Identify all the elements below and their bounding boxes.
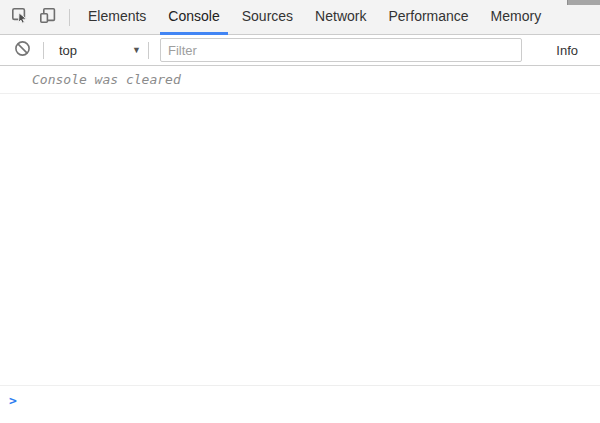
tab-network[interactable]: Network (315, 0, 366, 35)
inspect-element-button[interactable] (6, 3, 34, 31)
log-level-selector[interactable]: Info (556, 43, 590, 58)
console-prompt[interactable]: > (0, 386, 600, 421)
clear-console-button[interactable] (8, 36, 36, 64)
object-property-row: pathname: "/commands/querying" (0, 239, 600, 259)
chevron-down-icon: ▼ (132, 45, 141, 55)
object-property-row: href: "http://localhost:8081/commands/qu… (0, 179, 600, 199)
device-toolbar-button[interactable] (34, 3, 62, 31)
toolbar-divider (69, 9, 70, 26)
object-property-row: origin: "http://localhost:8081" (0, 199, 600, 219)
tab-performance[interactable]: Performance (388, 0, 468, 35)
execution-context-selector[interactable]: top ▼ (51, 43, 141, 58)
device-toolbar-icon (39, 7, 57, 28)
object-property-row: hostname: "localhost" (0, 159, 600, 179)
object-property-row: superDomain: "localhost" (0, 319, 600, 339)
object-property-row: protocol: "http:" (0, 279, 600, 299)
tab-memory[interactable]: Memory (491, 0, 542, 35)
filter-input[interactable] (160, 38, 522, 62)
tab-sources[interactable]: Sources (242, 0, 293, 35)
object-property-row: search: "" (0, 299, 600, 319)
toolbar-divider (43, 42, 44, 59)
prompt-chevron-icon: > (9, 393, 17, 408)
context-selector-value: top (59, 43, 77, 58)
inspect-cursor-icon (11, 6, 29, 28)
console-toolbar: top ▼ Info (0, 35, 600, 66)
clear-console-icon (14, 40, 31, 61)
object-property-row: port: "8081" (0, 259, 600, 279)
object-property-row: host: "localhost:8081" (0, 139, 600, 159)
object-proto-row: ▶__proto__: Object (0, 359, 600, 379)
object-property-row: originPolicy: "http://localhost:8081" (0, 219, 600, 239)
devtools-tab-bar: Elements Console Sources Network Perform… (0, 0, 600, 35)
object-tostring-row: ▶toString: function () (0, 339, 600, 359)
object-preview-row: ▼Object {hash: "", href: "http://localho… (0, 99, 600, 119)
tab-elements[interactable]: Elements (88, 0, 146, 35)
logged-object: ▼Object {hash: "", href: "http://localho… (0, 94, 600, 386)
devtools-panel: Elements Console Sources Network Perform… (0, 0, 600, 423)
object-property-row: hash: "" (0, 119, 600, 139)
console-messages: Console was cleared ▼Object {hash: "", h… (0, 66, 600, 421)
toolbar-divider (148, 42, 149, 59)
tab-console[interactable]: Console (168, 0, 219, 35)
console-cleared-message: Console was cleared (0, 66, 600, 94)
scrollbar-fragment (567, 0, 600, 5)
